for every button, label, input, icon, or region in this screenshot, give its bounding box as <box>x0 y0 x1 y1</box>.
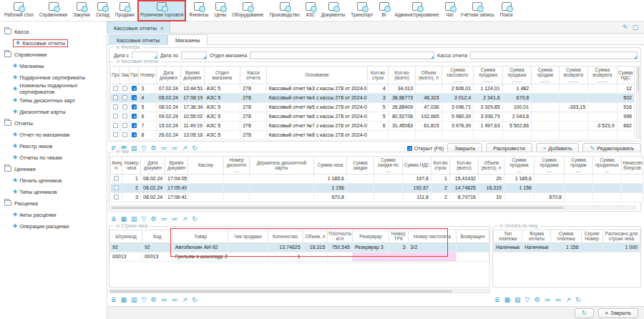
toolbar-item-desktop[interactable]: Рабочий стол <box>1 0 36 21</box>
list-icon[interactable]: ≣ <box>494 295 501 304</box>
column-header[interactable]: Кол-во строк <box>368 67 388 84</box>
toolbar-item-production[interactable]: Производство <box>266 0 302 21</box>
row-checkbox[interactable] <box>132 86 137 91</box>
sidebar-item-cash-reports[interactable]: ◈Кассовые отчеты <box>4 37 107 49</box>
column-header[interactable]: Начислено бонусов <box>622 157 643 175</box>
row-checkbox[interactable] <box>132 104 137 109</box>
gear-icon[interactable]: ⚙ <box>534 295 541 304</box>
row-checkbox[interactable] <box>122 114 127 119</box>
sidebar-item-check-register[interactable]: ◈Реестр чеков <box>4 140 107 152</box>
sidebar-item-pricing-acts[interactable]: ◈Акты расценки <box>4 209 107 220</box>
column-header[interactable]: Прос <box>130 67 139 84</box>
reports-vertical-scrollbar[interactable] <box>636 66 640 139</box>
column-header[interactable]: Объем, л <box>303 230 328 243</box>
column-header[interactable]: Плотность кг/л <box>328 230 353 243</box>
column-header[interactable]: Чек продажи <box>228 230 268 243</box>
sidebar-item-shops[interactable]: ◈Магазины <box>4 60 107 72</box>
column-header[interactable]: Сумма проданных .... <box>593 157 622 175</box>
column-header[interactable]: Закр <box>120 67 130 84</box>
row-checkbox[interactable] <box>114 185 119 190</box>
toolbar-item-bi[interactable]: BI <box>376 0 392 21</box>
row-checkbox[interactable] <box>122 86 127 91</box>
toolbar-item-azs[interactable]: АЗС <box>303 0 318 21</box>
column-header[interactable]: Сумма НДС <box>617 67 634 84</box>
row-checkbox[interactable] <box>122 95 127 100</box>
toolbar-item-prices[interactable]: Цены <box>211 0 229 21</box>
export-icon[interactable]: ↗ <box>182 295 189 304</box>
pencil-icon[interactable]: ✎ <box>623 24 628 31</box>
column-header[interactable]: Сумма кассового ........ <box>441 67 474 84</box>
row-checkbox[interactable] <box>122 123 127 128</box>
column-header[interactable]: Сумма возврата ........ <box>559 67 587 84</box>
export-icon[interactable]: ↗ <box>565 295 572 304</box>
column-header[interactable]: Держатель дисконтной карты <box>250 157 314 175</box>
cashbox-input[interactable] <box>470 51 638 59</box>
column-header[interactable]: Сумма продаж ........ <box>532 67 559 84</box>
sidebar-item-price-tag-types[interactable]: ◈Типы ценников <box>4 186 107 197</box>
table-row[interactable]: НаличныеНаличные1 1561 000 <box>494 242 640 252</box>
filter-icon[interactable]: ▽ <box>141 215 147 223</box>
toolbar-item-sales[interactable]: Продажи <box>112 0 137 21</box>
column-header[interactable]: Товар <box>172 230 228 243</box>
tab-cash-reports[interactable]: Кассовые отчеты × <box>107 21 170 34</box>
open-checkbox[interactable]: Открыт (F6) <box>407 145 444 152</box>
table-row[interactable]: 408.02.2417:08:19АЗС 5278Кассовый отчет … <box>111 93 635 102</box>
row-checkbox[interactable] <box>132 114 137 119</box>
column-header[interactable]: Форма оплаты <box>522 230 551 243</box>
filter-icon[interactable]: ▽ <box>141 295 147 304</box>
table-row[interactable]: 308.02.2417:06:41670,8111,828,7071610670… <box>111 192 643 202</box>
toolbar-item-purchases[interactable]: Закупки <box>70 0 93 21</box>
gear-icon[interactable]: ⚙ <box>150 295 157 304</box>
add-row-icon[interactable]: ≕ <box>171 295 179 304</box>
column-header[interactable]: Кассир <box>188 157 224 175</box>
toolbar-item-administration[interactable]: Администрирование <box>392 0 442 21</box>
row-checkbox[interactable] <box>114 195 119 200</box>
column-header[interactable]: Количество <box>268 230 303 243</box>
column-header[interactable]: Анну ⊙ <box>111 157 122 175</box>
sidebar-item-print-price-tags[interactable]: ◈Печать ценников <box>4 175 107 186</box>
row-checkbox[interactable] <box>132 95 137 100</box>
refresh-icon[interactable]: ↻ <box>191 215 198 223</box>
row-checkbox[interactable] <box>113 104 118 109</box>
refresh-icon[interactable]: ↻ <box>575 295 582 304</box>
column-header[interactable]: Серия/ Номер <box>581 230 602 243</box>
toolbar-item-finance[interactable]: Финансы <box>186 0 211 21</box>
table-row[interactable]: 9292Автобензин АИ-9213,7462518,315750,54… <box>110 242 489 252</box>
expand-icon[interactable]: ▢ <box>632 24 638 31</box>
add-row-icon[interactable]: ≕ <box>555 295 562 304</box>
column-header[interactable]: Основание <box>266 67 368 84</box>
column-header[interactable]: Сумма чека <box>314 157 347 175</box>
table-row[interactable]: 826.02.2413:05:16АЗС 5278Кассовый отчет … <box>111 130 635 139</box>
sidebar-item-discount-card-types[interactable]: ◈Типы дисконтных карт <box>4 94 107 106</box>
sidebar-group-pricing[interactable]: Расценка <box>4 197 107 209</box>
sidebar-item-check-reports[interactable]: ◈Отчеты по чекам <box>4 152 107 163</box>
column-header[interactable]: Штрихкод <box>110 230 142 243</box>
sidebar-group-price-tags[interactable]: Ценники <box>4 163 107 175</box>
column-header[interactable]: Сумма продажа ........ <box>502 67 531 84</box>
toolbar-item-retail[interactable]: Розничная торговля <box>137 0 186 21</box>
column-header[interactable]: Номер чека <box>122 157 141 175</box>
toolbar-item-account[interactable]: Учётная запись <box>458 0 497 21</box>
line-horizontal-scrollbar[interactable] <box>109 289 490 293</box>
column-header[interactable]: Прос <box>111 67 120 84</box>
filter-icon[interactable]: ▽ <box>525 295 531 304</box>
column-header[interactable]: Сумма возврата ........ <box>588 67 617 84</box>
column-header[interactable]: Дата докумен <box>141 157 165 175</box>
table-row[interactable]: 715.02.2411:49:19АЗС 5278Кассовый отчет … <box>111 121 635 130</box>
column-header[interactable]: Отдел магазина <box>204 67 240 84</box>
row-checkbox[interactable] <box>122 132 127 137</box>
list-icon[interactable]: ≣ <box>110 215 117 223</box>
calendar-icon[interactable]: ▤ <box>130 215 138 223</box>
refresh-icon[interactable]: ↻ <box>191 295 198 304</box>
grid-icon[interactable]: ▦ <box>120 215 128 223</box>
row-checkbox[interactable] <box>113 95 118 100</box>
toolbar-item-transport[interactable]: Транспорт <box>348 0 376 21</box>
add-row-icon[interactable]: ≕ <box>171 215 179 223</box>
column-header[interactable]: Сумма скидки <box>347 157 374 175</box>
toolbar-item-equipment[interactable]: Оборудование <box>229 0 266 21</box>
table-row[interactable]: 609.02.2410:55:02АЗС 5278Кассовый отчет … <box>111 112 635 121</box>
numbered-list-icon[interactable]: ≔ <box>544 295 552 304</box>
table-row[interactable]: 0001300013Грильяж в шоколаде 2001 <box>110 252 489 261</box>
column-header[interactable]: Сумма продажа ........ <box>474 67 502 84</box>
calendar-icon[interactable]: ▤ <box>130 295 138 304</box>
